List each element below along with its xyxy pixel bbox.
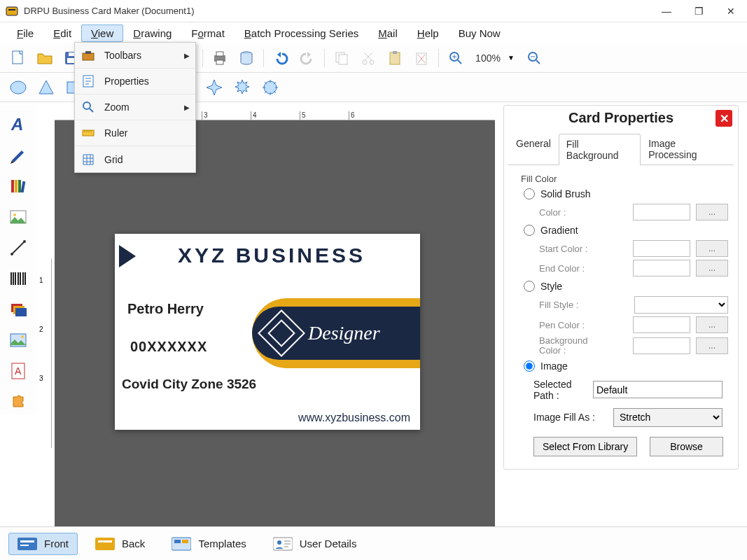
business-card[interactable]: XYZ BUSINESS Petro Herry 00XXXXXX Covid … (115, 234, 420, 430)
menu-batch[interactable]: Batch Processing Series (235, 24, 368, 42)
tab-fill-background[interactable]: Fill Background (559, 134, 641, 165)
menu-file[interactable]: File (7, 24, 43, 42)
image-fill-as-select[interactable]: Stretch (613, 408, 722, 427)
dropdown-toolbars[interactable]: Toolbars ▶ (75, 43, 195, 69)
zoom-in-icon[interactable] (443, 46, 468, 71)
radio-image[interactable] (524, 360, 535, 372)
card-logo-icon (258, 309, 305, 357)
menu-buy-now[interactable]: Buy Now (449, 24, 510, 42)
fill-style-select[interactable] (634, 296, 728, 314)
pen-tool-icon[interactable] (6, 143, 31, 168)
card-addr[interactable]: Covid City Zone 3526 (122, 377, 256, 392)
label-style: Style (540, 281, 562, 292)
svg-rect-5 (69, 52, 74, 56)
radio-style[interactable] (524, 281, 535, 292)
tab-back[interactable]: Back (86, 533, 154, 555)
star4-icon[interactable] (202, 75, 227, 100)
card-phone[interactable]: 00XXXXXX (130, 339, 207, 355)
svg-point-41 (13, 214, 16, 216)
menu-drawing[interactable]: Drawing (123, 24, 181, 42)
print-icon[interactable] (207, 46, 232, 71)
design-canvas[interactable]: XYZ BUSINESS Petro Herry 00XXXXXX Covid … (55, 120, 495, 526)
front-card-icon (18, 536, 37, 552)
card-web[interactable]: www.xyzbusiness.com (298, 412, 410, 424)
line-icon[interactable] (6, 235, 31, 260)
ellipse-icon[interactable] (6, 75, 31, 100)
radio-solid[interactable] (524, 188, 535, 200)
card-title[interactable]: XYZ BUSINESS (178, 244, 365, 267)
menu-format[interactable]: Format (181, 24, 235, 42)
triangle-icon[interactable] (34, 75, 59, 100)
tab-templates[interactable]: Templates (162, 533, 255, 555)
svg-rect-37 (15, 180, 18, 192)
open-icon[interactable] (32, 46, 57, 71)
pen-color-swatch[interactable] (633, 316, 690, 333)
text-tool-icon[interactable]: A (6, 112, 31, 137)
end-color-swatch[interactable] (633, 260, 690, 276)
toolbox-icon (81, 48, 96, 63)
svg-rect-54 (95, 538, 115, 550)
svg-rect-51 (18, 538, 37, 550)
dropdown-ruler[interactable]: Ruler (75, 120, 195, 146)
maximize-button[interactable]: ❐ (683, 1, 715, 22)
templates-icon (172, 536, 191, 552)
minimize-button[interactable]: — (650, 1, 683, 22)
delete-icon[interactable] (409, 46, 434, 71)
tab-image-processing[interactable]: Image Processing (641, 133, 734, 164)
tab-general[interactable]: General (508, 133, 559, 164)
gallery-icon[interactable] (6, 328, 31, 353)
select-from-library-button[interactable]: Select From Library (533, 437, 637, 456)
stack-icon[interactable] (6, 297, 31, 322)
dropdown-zoom[interactable]: Zoom ▶ (75, 94, 195, 120)
menu-view[interactable]: View (81, 24, 123, 42)
svg-point-19 (363, 60, 367, 64)
menu-mail[interactable]: Mail (368, 24, 407, 42)
cut-icon[interactable] (356, 46, 381, 71)
image-icon[interactable] (6, 204, 31, 230)
copy-icon[interactable] (329, 46, 354, 71)
back-card-icon (95, 536, 115, 552)
selected-path-field[interactable] (593, 381, 722, 398)
bg-color-picker[interactable]: ... (696, 337, 728, 354)
zoom-value[interactable]: 100% (470, 52, 506, 64)
zoom-out-icon[interactable] (522, 46, 547, 71)
paste-icon[interactable] (382, 46, 407, 71)
dropdown-properties[interactable]: Properties (75, 69, 195, 94)
burst-icon[interactable] (258, 75, 283, 100)
barcode-icon[interactable] (6, 266, 31, 291)
properties-icon (81, 74, 96, 89)
tab-front[interactable]: Front (8, 533, 78, 555)
radio-gradient[interactable] (524, 225, 535, 236)
star8-icon[interactable] (230, 75, 255, 100)
card-name[interactable]: Petro Herry (127, 301, 204, 317)
start-color-picker[interactable]: ... (696, 240, 728, 257)
dropdown-grid[interactable]: Grid (75, 146, 195, 172)
tab-user-details[interactable]: User Details (264, 533, 366, 555)
svg-rect-56 (172, 538, 191, 550)
pen-color-picker[interactable]: ... (696, 316, 728, 333)
start-color-swatch[interactable] (633, 240, 690, 257)
props-tabs: General Fill Background Image Processing (508, 133, 734, 165)
new-icon[interactable] (6, 46, 31, 71)
svg-rect-31 (85, 51, 91, 54)
browse-button[interactable]: Browse (650, 437, 723, 456)
card-navy-shape[interactable]: Designer (252, 307, 420, 360)
zoom-dropdown-icon[interactable]: ▼ (508, 54, 515, 62)
svg-point-43 (23, 240, 26, 243)
menu-help[interactable]: Help (407, 24, 449, 42)
end-color-picker[interactable]: ... (696, 260, 728, 276)
card-designer-text[interactable]: Designer (308, 322, 380, 344)
menu-edit[interactable]: Edit (43, 24, 81, 42)
solid-color-picker[interactable]: ... (696, 204, 728, 220)
undo-icon[interactable] (268, 46, 293, 71)
bg-color-swatch[interactable] (633, 337, 690, 354)
database-icon[interactable] (234, 46, 259, 71)
redo-icon[interactable] (295, 46, 320, 71)
library-icon[interactable] (6, 174, 31, 199)
font-page-icon[interactable]: A (6, 358, 31, 384)
label-gradient: Gradient (540, 225, 578, 236)
solid-color-swatch[interactable] (633, 204, 690, 220)
puzzle-icon[interactable] (6, 389, 31, 414)
close-button[interactable]: ✕ (715, 1, 747, 22)
props-close-button[interactable]: ✕ (715, 110, 732, 127)
